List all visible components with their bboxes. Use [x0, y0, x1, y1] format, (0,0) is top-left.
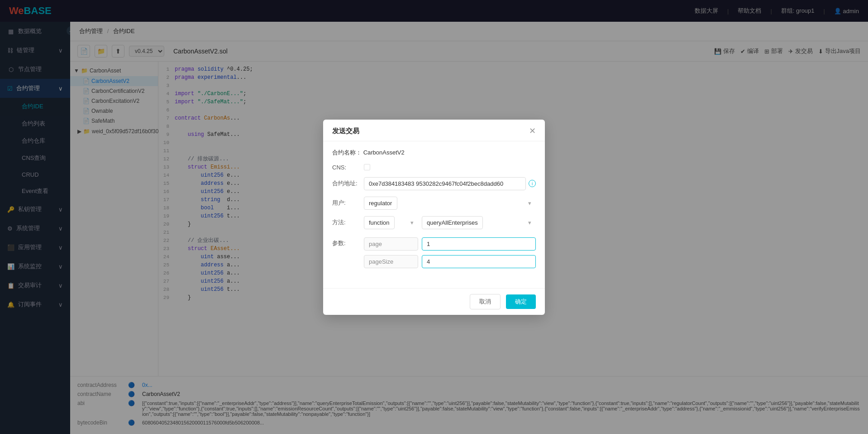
param-value-pagesize[interactable]	[422, 255, 536, 268]
user-label: 用户:	[332, 199, 364, 207]
param-name-pagesize: pageSize	[364, 255, 418, 268]
modal-contract-name: 合约名称： CarbonAssetV2	[332, 149, 536, 157]
cns-checkbox[interactable]	[364, 164, 370, 170]
params-row: 参数: page pageSize	[332, 236, 536, 273]
address-input[interactable]	[364, 177, 526, 190]
param-name-page: page	[364, 237, 418, 251]
modal-overlay[interactable]: 发送交易 ✕ 合约名称： CarbonAssetV2 CNS: 合约地址: i	[0, 0, 868, 434]
modal-close-btn[interactable]: ✕	[529, 127, 536, 135]
params-section: page pageSize	[364, 237, 536, 273]
params-label: 参数:	[332, 236, 364, 247]
contract-name-prefix: 合约名称：	[332, 149, 362, 156]
param-row-pagesize: pageSize	[364, 255, 536, 268]
modal-body: 合约名称： CarbonAssetV2 CNS: 合约地址: i 用户:	[323, 141, 545, 288]
cns-label: CNS:	[332, 164, 364, 171]
modal-footer: 取消 确定	[323, 288, 545, 315]
cns-checkbox-box[interactable]	[364, 164, 370, 170]
method-row: 方法: function queryAllEnterprises	[332, 216, 536, 229]
cancel-button[interactable]: 取消	[470, 294, 501, 309]
modal-contract-name-value: CarbonAssetV2	[363, 149, 405, 156]
method-name-select[interactable]: queryAllEnterprises	[422, 216, 483, 229]
cns-row: CNS:	[332, 164, 536, 171]
method-name-wrapper: queryAllEnterprises	[422, 216, 536, 229]
param-value-page[interactable]	[422, 237, 536, 251]
modal-title: 发送交易	[332, 127, 359, 135]
address-label: 合约地址:	[332, 179, 364, 188]
methods-row: function queryAllEnterprises	[364, 216, 536, 229]
user-row: 用户: regulator	[332, 197, 536, 210]
param-row-page: page	[364, 237, 536, 251]
confirm-button[interactable]: 确定	[506, 294, 536, 309]
method-type-select[interactable]: function	[364, 216, 395, 229]
address-info-icon[interactable]: i	[529, 180, 536, 187]
send-tx-modal: 发送交易 ✕ 合约名称： CarbonAssetV2 CNS: 合约地址: i	[323, 120, 545, 315]
address-row: 合约地址: i	[332, 177, 536, 190]
method-label: 方法:	[332, 218, 364, 227]
method-type-wrapper: function	[364, 216, 418, 229]
user-select-wrapper: regulator	[364, 197, 536, 210]
user-select[interactable]: regulator	[364, 197, 397, 210]
modal-header: 发送交易 ✕	[323, 120, 545, 141]
